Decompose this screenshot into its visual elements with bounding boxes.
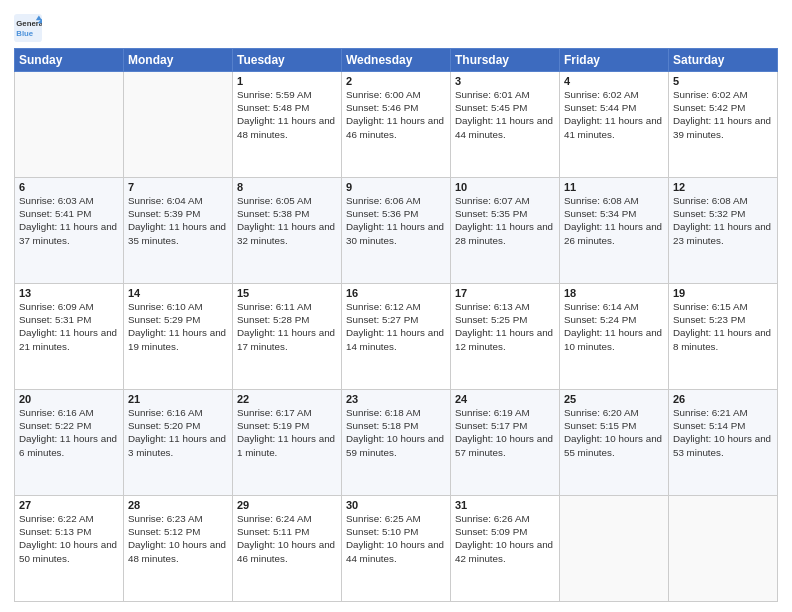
weekday-sunday: Sunday — [15, 49, 124, 72]
calendar-cell: 17Sunrise: 6:13 AM Sunset: 5:25 PM Dayli… — [451, 284, 560, 390]
calendar-cell: 10Sunrise: 6:07 AM Sunset: 5:35 PM Dayli… — [451, 178, 560, 284]
weekday-friday: Friday — [560, 49, 669, 72]
day-info: Sunrise: 6:01 AM Sunset: 5:45 PM Dayligh… — [455, 88, 555, 141]
day-info: Sunrise: 6:02 AM Sunset: 5:44 PM Dayligh… — [564, 88, 664, 141]
header: General Blue — [14, 10, 778, 42]
calendar-cell: 28Sunrise: 6:23 AM Sunset: 5:12 PM Dayli… — [124, 496, 233, 602]
calendar-cell: 30Sunrise: 6:25 AM Sunset: 5:10 PM Dayli… — [342, 496, 451, 602]
day-info: Sunrise: 6:15 AM Sunset: 5:23 PM Dayligh… — [673, 300, 773, 353]
calendar-cell: 24Sunrise: 6:19 AM Sunset: 5:17 PM Dayli… — [451, 390, 560, 496]
calendar-cell: 14Sunrise: 6:10 AM Sunset: 5:29 PM Dayli… — [124, 284, 233, 390]
day-number: 13 — [19, 287, 119, 299]
weekday-wednesday: Wednesday — [342, 49, 451, 72]
calendar-row: 6Sunrise: 6:03 AM Sunset: 5:41 PM Daylig… — [15, 178, 778, 284]
day-number: 24 — [455, 393, 555, 405]
day-number: 27 — [19, 499, 119, 511]
day-number: 31 — [455, 499, 555, 511]
calendar-cell: 16Sunrise: 6:12 AM Sunset: 5:27 PM Dayli… — [342, 284, 451, 390]
calendar-cell: 23Sunrise: 6:18 AM Sunset: 5:18 PM Dayli… — [342, 390, 451, 496]
calendar-cell: 11Sunrise: 6:08 AM Sunset: 5:34 PM Dayli… — [560, 178, 669, 284]
day-info: Sunrise: 6:24 AM Sunset: 5:11 PM Dayligh… — [237, 512, 337, 565]
day-number: 5 — [673, 75, 773, 87]
calendar-cell — [669, 496, 778, 602]
calendar-cell: 20Sunrise: 6:16 AM Sunset: 5:22 PM Dayli… — [15, 390, 124, 496]
day-number: 23 — [346, 393, 446, 405]
calendar-cell — [15, 72, 124, 178]
calendar-row: 1Sunrise: 5:59 AM Sunset: 5:48 PM Daylig… — [15, 72, 778, 178]
calendar-cell: 12Sunrise: 6:08 AM Sunset: 5:32 PM Dayli… — [669, 178, 778, 284]
day-number: 10 — [455, 181, 555, 193]
logo: General Blue — [14, 14, 46, 42]
calendar-cell: 7Sunrise: 6:04 AM Sunset: 5:39 PM Daylig… — [124, 178, 233, 284]
day-info: Sunrise: 6:16 AM Sunset: 5:20 PM Dayligh… — [128, 406, 228, 459]
day-number: 4 — [564, 75, 664, 87]
day-number: 21 — [128, 393, 228, 405]
calendar-header: SundayMondayTuesdayWednesdayThursdayFrid… — [15, 49, 778, 72]
weekday-tuesday: Tuesday — [233, 49, 342, 72]
day-info: Sunrise: 6:19 AM Sunset: 5:17 PM Dayligh… — [455, 406, 555, 459]
day-info: Sunrise: 6:11 AM Sunset: 5:28 PM Dayligh… — [237, 300, 337, 353]
day-info: Sunrise: 6:05 AM Sunset: 5:38 PM Dayligh… — [237, 194, 337, 247]
calendar-cell: 15Sunrise: 6:11 AM Sunset: 5:28 PM Dayli… — [233, 284, 342, 390]
logo-icon: General Blue — [14, 14, 42, 42]
day-info: Sunrise: 6:25 AM Sunset: 5:10 PM Dayligh… — [346, 512, 446, 565]
day-number: 22 — [237, 393, 337, 405]
calendar-cell: 29Sunrise: 6:24 AM Sunset: 5:11 PM Dayli… — [233, 496, 342, 602]
calendar-cell: 25Sunrise: 6:20 AM Sunset: 5:15 PM Dayli… — [560, 390, 669, 496]
day-number: 29 — [237, 499, 337, 511]
day-number: 14 — [128, 287, 228, 299]
day-info: Sunrise: 6:18 AM Sunset: 5:18 PM Dayligh… — [346, 406, 446, 459]
day-info: Sunrise: 6:16 AM Sunset: 5:22 PM Dayligh… — [19, 406, 119, 459]
day-number: 1 — [237, 75, 337, 87]
day-number: 2 — [346, 75, 446, 87]
weekday-header-row: SundayMondayTuesdayWednesdayThursdayFrid… — [15, 49, 778, 72]
calendar-cell: 4Sunrise: 6:02 AM Sunset: 5:44 PM Daylig… — [560, 72, 669, 178]
calendar-body: 1Sunrise: 5:59 AM Sunset: 5:48 PM Daylig… — [15, 72, 778, 602]
day-number: 17 — [455, 287, 555, 299]
calendar-cell: 5Sunrise: 6:02 AM Sunset: 5:42 PM Daylig… — [669, 72, 778, 178]
day-number: 18 — [564, 287, 664, 299]
day-number: 30 — [346, 499, 446, 511]
day-info: Sunrise: 6:20 AM Sunset: 5:15 PM Dayligh… — [564, 406, 664, 459]
calendar-table: SundayMondayTuesdayWednesdayThursdayFrid… — [14, 48, 778, 602]
day-info: Sunrise: 6:00 AM Sunset: 5:46 PM Dayligh… — [346, 88, 446, 141]
day-info: Sunrise: 6:04 AM Sunset: 5:39 PM Dayligh… — [128, 194, 228, 247]
calendar-cell: 2Sunrise: 6:00 AM Sunset: 5:46 PM Daylig… — [342, 72, 451, 178]
day-info: Sunrise: 6:13 AM Sunset: 5:25 PM Dayligh… — [455, 300, 555, 353]
day-number: 19 — [673, 287, 773, 299]
calendar-cell: 18Sunrise: 6:14 AM Sunset: 5:24 PM Dayli… — [560, 284, 669, 390]
day-info: Sunrise: 6:10 AM Sunset: 5:29 PM Dayligh… — [128, 300, 228, 353]
day-number: 28 — [128, 499, 228, 511]
day-number: 11 — [564, 181, 664, 193]
calendar-cell — [560, 496, 669, 602]
day-info: Sunrise: 6:03 AM Sunset: 5:41 PM Dayligh… — [19, 194, 119, 247]
day-number: 3 — [455, 75, 555, 87]
calendar-row: 27Sunrise: 6:22 AM Sunset: 5:13 PM Dayli… — [15, 496, 778, 602]
svg-text:General: General — [16, 19, 42, 28]
day-info: Sunrise: 5:59 AM Sunset: 5:48 PM Dayligh… — [237, 88, 337, 141]
day-number: 16 — [346, 287, 446, 299]
day-info: Sunrise: 6:08 AM Sunset: 5:34 PM Dayligh… — [564, 194, 664, 247]
page: General Blue SundayMondayTuesdayWednesda… — [0, 0, 792, 612]
calendar-cell — [124, 72, 233, 178]
calendar-cell: 13Sunrise: 6:09 AM Sunset: 5:31 PM Dayli… — [15, 284, 124, 390]
day-info: Sunrise: 6:21 AM Sunset: 5:14 PM Dayligh… — [673, 406, 773, 459]
calendar-cell: 19Sunrise: 6:15 AM Sunset: 5:23 PM Dayli… — [669, 284, 778, 390]
day-info: Sunrise: 6:09 AM Sunset: 5:31 PM Dayligh… — [19, 300, 119, 353]
calendar-cell: 6Sunrise: 6:03 AM Sunset: 5:41 PM Daylig… — [15, 178, 124, 284]
day-info: Sunrise: 6:23 AM Sunset: 5:12 PM Dayligh… — [128, 512, 228, 565]
day-info: Sunrise: 6:12 AM Sunset: 5:27 PM Dayligh… — [346, 300, 446, 353]
calendar-cell: 27Sunrise: 6:22 AM Sunset: 5:13 PM Dayli… — [15, 496, 124, 602]
day-number: 20 — [19, 393, 119, 405]
day-number: 7 — [128, 181, 228, 193]
day-number: 8 — [237, 181, 337, 193]
day-info: Sunrise: 6:02 AM Sunset: 5:42 PM Dayligh… — [673, 88, 773, 141]
day-number: 15 — [237, 287, 337, 299]
day-info: Sunrise: 6:08 AM Sunset: 5:32 PM Dayligh… — [673, 194, 773, 247]
calendar-row: 13Sunrise: 6:09 AM Sunset: 5:31 PM Dayli… — [15, 284, 778, 390]
calendar-row: 20Sunrise: 6:16 AM Sunset: 5:22 PM Dayli… — [15, 390, 778, 496]
day-number: 26 — [673, 393, 773, 405]
calendar-cell: 22Sunrise: 6:17 AM Sunset: 5:19 PM Dayli… — [233, 390, 342, 496]
weekday-monday: Monday — [124, 49, 233, 72]
weekday-saturday: Saturday — [669, 49, 778, 72]
